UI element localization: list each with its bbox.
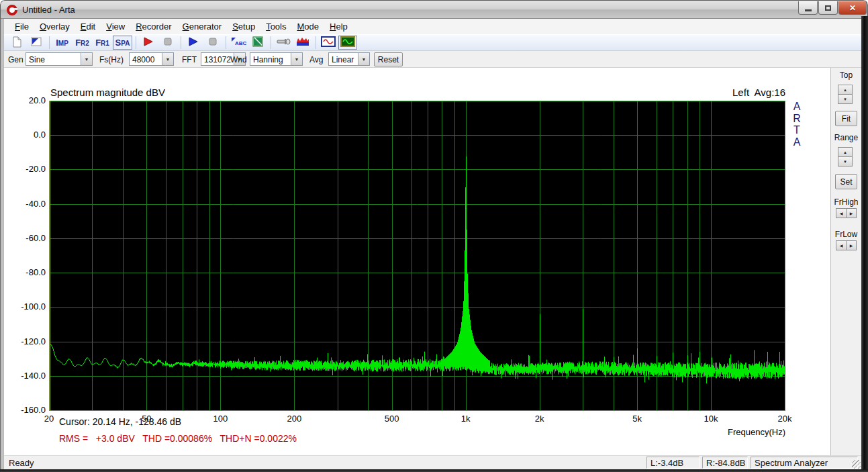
toolbar: IMPFR2FR1SPAABC	[4, 34, 861, 51]
frhigh-left-button[interactable]: ◀	[836, 208, 847, 218]
arta-letter: R	[790, 113, 804, 125]
range-up-button[interactable]: ▲	[838, 147, 853, 157]
side-panel: Top ▲ ▼ Fit Range ▲ ▼ Set FrHigh ◀ ▶ FrL…	[831, 68, 861, 455]
stop-record-button[interactable]	[158, 36, 177, 50]
generator-value: Sine	[29, 55, 45, 64]
calibrate-abc-icon: ABC	[230, 36, 246, 50]
x-tick-label: 10k	[691, 414, 731, 424]
top-down-button[interactable]: ▼	[838, 94, 853, 104]
rta-display-icon	[296, 36, 309, 50]
menu-mode[interactable]: Mode	[292, 19, 325, 34]
maximize-button[interactable]	[818, 1, 838, 15]
signal-generator-sine-icon	[321, 36, 336, 50]
stop-record-icon	[162, 36, 174, 50]
chart-title: Spectrum magnitude dBV	[50, 87, 165, 98]
menu-view[interactable]: View	[101, 19, 130, 34]
scale-chart-button[interactable]	[248, 36, 267, 50]
range-down-button[interactable]: ▼	[838, 156, 853, 167]
record-button[interactable]	[139, 36, 158, 50]
close-icon: ✕	[849, 3, 856, 13]
status-bar: Ready L:-3.4dB R:-84.8dB Spectrum Analyz…	[4, 455, 861, 469]
fs-label: Fs(Hz)	[99, 55, 124, 64]
frequency-response-1ch-mode-button[interactable]: FR1	[93, 36, 112, 50]
arrow-left-icon: ◀	[840, 211, 843, 216]
menu-file[interactable]: File	[9, 19, 34, 34]
y-tick-label: -60.0	[4, 233, 46, 243]
calibrate-abc-button[interactable]: ABC	[229, 36, 248, 50]
controls-row: Gen Sine ▼ Fs(Hz) 48000 ▼ FFT 131072 ▼ W…	[4, 51, 861, 68]
arrow-down-icon: ▼	[843, 160, 847, 164]
rta-display-button[interactable]	[293, 36, 312, 50]
set-button[interactable]: Set	[835, 174, 857, 189]
chevron-down-icon: ▼	[291, 53, 302, 65]
window-border-left	[0, 19, 4, 469]
new-file-icon	[11, 36, 23, 50]
wnd-label: Wnd	[230, 55, 247, 64]
fft-size-value: 131072	[204, 55, 231, 64]
y-tick-label: -120.0	[4, 336, 46, 346]
arrow-up-icon: ▲	[843, 88, 847, 92]
scale-chart-icon	[252, 36, 264, 50]
x-tick-label: 5k	[617, 414, 657, 424]
microphone-setup-button[interactable]	[274, 36, 293, 50]
frequency-response-2ch-mode-button[interactable]: FR2	[73, 36, 92, 50]
generator-select[interactable]: Sine ▼	[26, 52, 93, 66]
fit-button[interactable]: Fit	[835, 111, 857, 126]
averaging-select[interactable]: Linear ▼	[328, 52, 370, 66]
spectrum-analyzer-mode-label: SPA	[115, 38, 130, 48]
x-tick-label: 200	[274, 414, 314, 424]
stop-play-button[interactable]	[203, 36, 222, 50]
frhigh-label: FrHigh	[831, 197, 861, 207]
rms-thd-readout: RMS = +3.0 dBV THD =0.00086% THD+N =0.00…	[59, 433, 297, 444]
spectrum-analyzer-mode-button[interactable]: SPA	[113, 36, 132, 50]
sample-rate-select[interactable]: 48000 ▼	[129, 52, 174, 66]
x-tick-label: 20k	[765, 414, 805, 424]
menu-edit[interactable]: Edit	[75, 19, 101, 34]
averaging-value: Linear	[332, 55, 354, 64]
x-tick-label: 100	[200, 414, 240, 424]
frequency-response-1ch-mode-label: FR1	[95, 38, 109, 48]
y-tick-label: 0.0	[4, 130, 46, 140]
channel-avg-info: Left Avg:16	[685, 87, 785, 98]
arrow-right-icon: ▶	[850, 211, 853, 216]
menu-setup[interactable]: Setup	[227, 19, 260, 34]
menu-tools[interactable]: Tools	[260, 19, 291, 34]
reset-button[interactable]: Reset	[374, 52, 403, 66]
title-bar[interactable]: Untitled - Arta ✕	[0, 0, 868, 19]
toolbar-separator	[49, 36, 50, 49]
window-function-select[interactable]: Hanning ▼	[250, 52, 303, 66]
close-button[interactable]: ✕	[838, 1, 867, 15]
arta-app-icon	[7, 5, 17, 15]
signal-generator-sine-button[interactable]	[319, 36, 338, 50]
menu-recorder[interactable]: Recorder	[130, 19, 177, 34]
left-channel-level: L:-3.4dB	[646, 457, 700, 469]
minimize-button[interactable]	[798, 1, 818, 15]
menu-help[interactable]: Help	[324, 19, 353, 34]
generator-active-button[interactable]	[338, 36, 357, 50]
spectrum-plot[interactable]	[49, 101, 785, 411]
frlow-left-button[interactable]: ◀	[836, 240, 847, 250]
frlow-right-button[interactable]: ▶	[846, 240, 857, 250]
menu-generator[interactable]: Generator	[177, 19, 228, 34]
menu-overlay[interactable]: Overlay	[34, 19, 75, 34]
right-channel-level: R:-84.8dB	[702, 457, 748, 469]
top-spinner: ▲ ▼	[838, 85, 853, 104]
arta-logo: ARTA	[790, 101, 804, 148]
impulse-response-mode-button[interactable]: IMP	[52, 36, 72, 50]
window-title: Untitled - Arta	[22, 5, 75, 15]
generator-active-icon	[340, 36, 355, 50]
frhigh-right-button[interactable]: ▶	[846, 208, 857, 218]
overlay-button[interactable]	[27, 36, 46, 50]
new-file-button[interactable]	[7, 36, 26, 50]
arrow-right-icon: ▶	[850, 243, 853, 248]
top-up-button[interactable]: ▲	[838, 85, 853, 95]
arta-window: Untitled - Arta ✕ FileOverlayEditViewRec…	[0, 0, 868, 472]
resize-grip[interactable]	[852, 460, 861, 469]
play-button[interactable]	[184, 36, 203, 50]
avg-label: Avg	[309, 55, 323, 64]
menu-bar: FileOverlayEditViewRecorderGeneratorSetu…	[4, 19, 861, 34]
y-tick-label: -140.0	[4, 371, 46, 381]
toolbar-separator	[271, 36, 271, 49]
frlow-label: FrLow	[831, 230, 861, 239]
minimize-icon	[805, 9, 812, 11]
